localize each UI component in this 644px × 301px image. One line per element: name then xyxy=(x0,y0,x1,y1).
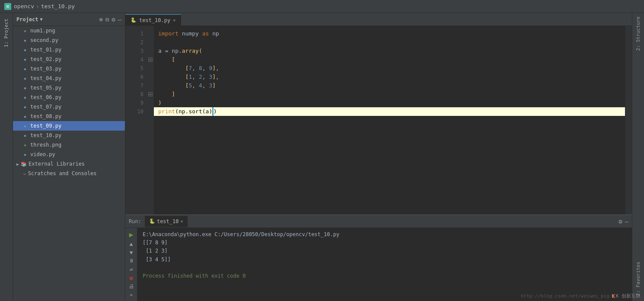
file-test08-py[interactable]: ▪ test_08.py xyxy=(13,112,125,121)
run-print-icon[interactable]: 🖨 xyxy=(127,283,136,290)
tab-file-icon: 🐍 xyxy=(131,17,137,23)
code-line-1: import numpy as np xyxy=(154,29,625,38)
py-file-icon: ▪ xyxy=(22,122,29,129)
file-thresh-png[interactable]: ▪ thresh.png xyxy=(13,140,125,150)
run-tab-icon: 🐍 xyxy=(149,218,155,224)
file-test09-py[interactable]: ▪ test_09.py xyxy=(13,121,125,131)
code-line-6: [1, 2, 3], xyxy=(154,73,625,81)
project-panel: Project ▼ ⊕ ⊟ ⚙ — ▪ num1.png ▪ second.py… xyxy=(13,13,125,301)
right-tab-structure[interactable]: 2: Structure xyxy=(634,13,643,54)
project-header-icons: ⊕ ⊟ ⚙ — xyxy=(99,16,121,23)
brand-text: K 创新互联 xyxy=(616,293,641,299)
app-icon: ⊞ xyxy=(4,3,11,10)
title-bar: ⊞ opencv › test_10.py xyxy=(0,0,644,13)
py-file-icon: ▪ xyxy=(22,37,29,44)
title-filename: test_10.py xyxy=(41,3,75,10)
code-line-5: [7, 8, 9], xyxy=(154,64,625,73)
scratches-icon: ✏ xyxy=(23,171,26,176)
filename-test04: test_04.py xyxy=(30,75,61,81)
file-test10-py[interactable]: ▪ test_10.py xyxy=(13,131,125,140)
run-tab-test10[interactable]: 🐍 test_10 ✕ xyxy=(145,216,188,227)
run-tab-right-icons: ⚙ — xyxy=(618,218,628,225)
project-name: opencv xyxy=(14,3,34,10)
run-output-line2: [1 2 3] xyxy=(143,247,627,255)
fold-marker-open[interactable]: − xyxy=(148,58,153,62)
editor-tab-bar: 🐍 test_10.py ✕ xyxy=(125,13,632,26)
sidebar-tab-project[interactable]: 1: Project xyxy=(2,15,11,51)
run-stop-button[interactable]: ■ xyxy=(127,275,136,282)
run-content-area: ▶ ▲ ▼ ⏸ ⇌ ■ 🖨 » E:\Anaconda\python.exe C… xyxy=(125,228,632,301)
file-test06-py[interactable]: ▪ test_06.py xyxy=(13,93,125,102)
title-separator: › xyxy=(36,3,39,10)
target-icon[interactable]: ⊕ xyxy=(99,16,102,23)
code-line-3: a = np.array( xyxy=(154,47,625,55)
fold-marker-close[interactable]: − xyxy=(148,92,153,96)
project-tree: ▪ num1.png ▪ second.py ▪ test_01.py ▪ te… xyxy=(13,26,125,301)
code-line-8: ] xyxy=(154,90,625,99)
py-file-icon: ▪ xyxy=(22,103,29,110)
editor-area: 🐍 test_10.py ✕ 1 2 3 4 5 6 7 8 9 10 xyxy=(125,13,632,301)
filename-test03: test_03.py xyxy=(30,66,61,72)
run-label: Run: xyxy=(129,218,141,224)
py-file-icon: ▪ xyxy=(22,84,29,91)
run-wrap-icon[interactable]: ⇌ xyxy=(127,266,136,273)
code-line-9: ) xyxy=(154,99,625,107)
section-scratches[interactable]: ✏ Scratches and Consoles xyxy=(13,169,125,178)
run-settings-icon[interactable]: ⚙ xyxy=(618,218,622,225)
editor-tab-test10[interactable]: 🐍 test_10.py ✕ xyxy=(125,14,181,26)
py-file-icon: ▪ xyxy=(22,46,29,53)
minimize-icon[interactable]: — xyxy=(118,16,121,23)
run-pause-button[interactable]: ⏸ xyxy=(127,257,136,264)
run-output-line4 xyxy=(143,264,627,272)
brand-k: K xyxy=(612,293,615,299)
run-scroll-down[interactable]: ▼ xyxy=(127,249,136,256)
py-file-icon: ▪ xyxy=(22,75,29,82)
code-line-4: [ xyxy=(154,55,625,64)
run-minimize-icon[interactable]: — xyxy=(625,218,628,225)
run-tab-name: test_10 xyxy=(157,218,179,224)
filename-test06: test_06.py xyxy=(30,94,61,100)
filename-test07: test_07.py xyxy=(30,104,61,110)
filename-test08: test_08.py xyxy=(30,113,61,119)
run-tab-close[interactable]: ✕ xyxy=(180,219,183,224)
run-panel: Run: 🐍 test_10 ✕ ⚙ — ▶ ▲ ▼ xyxy=(125,215,632,301)
file-test05-py[interactable]: ▪ test_05.py xyxy=(13,83,125,93)
run-more-icon[interactable]: » xyxy=(127,291,136,298)
brand-logo: K K 创新互联 xyxy=(612,293,641,299)
file-test04-py[interactable]: ▪ test_04.py xyxy=(13,74,125,83)
code-line-7: [5, 4, 3] xyxy=(154,81,625,90)
project-dropdown-arrow[interactable]: ▼ xyxy=(40,17,43,22)
filename-test02: test_02.py xyxy=(30,56,61,62)
py-file-icon: ▪ xyxy=(22,113,29,120)
section-label-scratches: Scratches and Consoles xyxy=(28,170,97,176)
tab-close-button[interactable]: ✕ xyxy=(173,18,175,22)
collapse-icon[interactable]: ⊟ xyxy=(105,16,109,23)
line-numbers: 1 2 3 4 5 6 7 8 9 10 xyxy=(125,26,147,215)
run-play-button[interactable]: ▶ xyxy=(127,231,136,239)
file-test02-py[interactable]: ▪ test_02.py xyxy=(13,54,125,64)
file-num1-png[interactable]: ▪ num1.png xyxy=(13,26,125,35)
py-file-icon: ▪ xyxy=(22,132,29,139)
run-output-line1: [[7 8 9] xyxy=(143,239,627,247)
run-scroll-up[interactable]: ▲ xyxy=(127,240,136,247)
file-video-py[interactable]: ▪ video.py xyxy=(13,150,125,159)
py-file-icon: ▪ xyxy=(22,151,29,158)
code-editor[interactable]: 1 2 3 4 5 6 7 8 9 10 − xyxy=(125,26,632,215)
tab-label: test_10.py xyxy=(139,17,170,23)
run-left-controls: ▶ ▲ ▼ ⏸ ⇌ ■ 🖨 » xyxy=(125,228,137,301)
file-test01-py[interactable]: ▪ test_01.py xyxy=(13,45,125,54)
file-test03-py[interactable]: ▪ test_03.py xyxy=(13,64,125,74)
run-output-line3: [3 4 5]] xyxy=(143,256,627,264)
project-header: Project ▼ ⊕ ⊟ ⚙ — xyxy=(13,13,125,26)
code-content[interactable]: import numpy as np a = np.array( [ [7, 8… xyxy=(154,26,625,215)
file-second-py[interactable]: ▪ second.py xyxy=(13,35,125,45)
filename-test01: test_01.py xyxy=(30,47,61,53)
filename-test05: test_05.py xyxy=(30,85,61,91)
right-sidebar-strip: 2: Structure 2: Favorites xyxy=(632,13,644,301)
section-external-libraries[interactable]: ▶ 📚 External Libraries xyxy=(13,159,125,169)
py-file-icon: ▪ xyxy=(22,65,29,72)
run-output-success: Process finished with exit code 0 xyxy=(143,272,627,280)
file-test07-py[interactable]: ▪ test_07.py xyxy=(13,102,125,112)
filename-test10: test_10.py xyxy=(30,132,61,138)
settings-icon[interactable]: ⚙ xyxy=(112,16,115,23)
